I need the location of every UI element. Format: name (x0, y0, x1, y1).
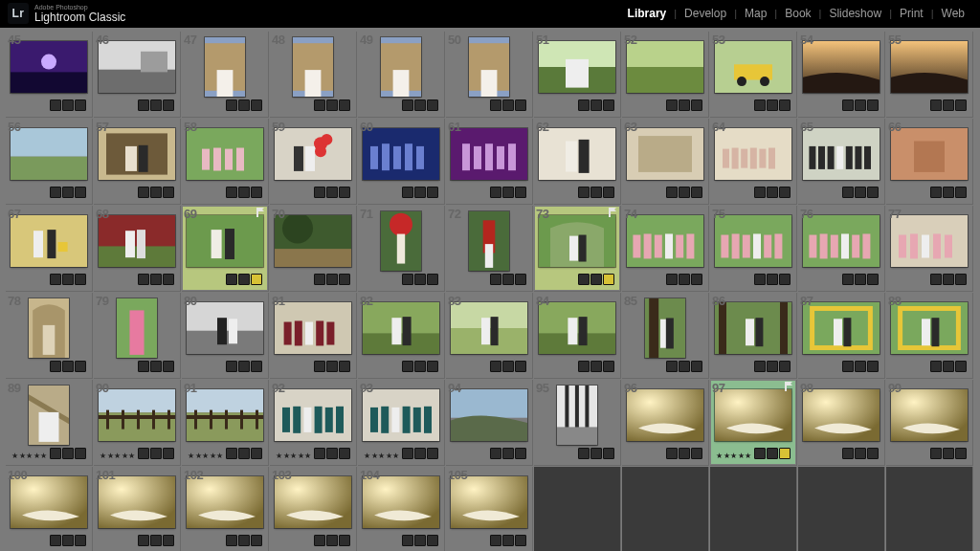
badge-icon[interactable] (226, 99, 237, 111)
badge-icon[interactable] (238, 99, 250, 111)
badge-icon[interactable] (666, 361, 678, 372)
badge-icon[interactable] (238, 535, 250, 546)
thumbnail[interactable] (539, 215, 615, 267)
badge-icon[interactable] (50, 361, 61, 372)
pick-flag-icon[interactable] (784, 382, 793, 391)
thumbnail[interactable] (275, 389, 351, 441)
badge-icon[interactable] (855, 99, 866, 111)
thumbnail[interactable] (715, 215, 791, 267)
grid-cell[interactable]: 76 (798, 206, 885, 292)
badge-icon[interactable] (50, 448, 61, 459)
badge-icon[interactable] (62, 274, 74, 285)
badge-icon[interactable] (62, 187, 74, 198)
star-rating[interactable]: ★★★★★ (100, 452, 136, 460)
badge-icon[interactable] (75, 448, 86, 459)
badge-icon[interactable] (679, 448, 690, 459)
thumbnail[interactable] (363, 128, 439, 180)
badge-icon[interactable] (251, 448, 262, 459)
module-tab-print[interactable]: Print (892, 7, 931, 20)
badge-icon[interactable] (326, 187, 338, 198)
badge-icon[interactable] (339, 187, 350, 198)
badge-icon[interactable] (62, 535, 74, 546)
badge-icon[interactable] (150, 274, 162, 285)
badge-icon[interactable] (955, 361, 967, 372)
grid-cell[interactable]: 101 (94, 467, 181, 551)
badge-icon[interactable] (226, 361, 237, 372)
thumbnail[interactable] (363, 302, 439, 354)
module-tab-book[interactable]: Book (777, 7, 818, 20)
thumbnail[interactable] (99, 476, 175, 528)
badge-icon[interactable] (427, 535, 438, 546)
badge-icon[interactable] (326, 274, 338, 285)
thumbnail[interactable] (11, 41, 87, 93)
badge-icon[interactable] (402, 448, 413, 459)
badge-icon[interactable] (603, 274, 614, 285)
badge-icon[interactable] (414, 187, 426, 198)
thumbnail[interactable] (451, 128, 527, 180)
star-rating[interactable]: ★★★★★ (716, 452, 752, 460)
grid-cell[interactable]: 50 (446, 32, 533, 118)
badge-icon[interactable] (75, 274, 86, 285)
module-tab-develop[interactable]: Develop (677, 7, 734, 20)
badge-icon[interactable] (402, 535, 413, 546)
badge-icon[interactable] (75, 361, 86, 372)
badge-icon[interactable] (502, 361, 514, 372)
badge-icon[interactable] (402, 187, 413, 198)
badge-icon[interactable] (578, 187, 590, 198)
badge-icon[interactable] (855, 187, 866, 198)
thumbnail[interactable] (539, 128, 615, 180)
badge-icon[interactable] (150, 448, 162, 459)
grid-cell[interactable]: 69 (182, 206, 269, 292)
grid-cell[interactable]: 86 (710, 293, 797, 379)
library-grid-view[interactable]: 4546474849505152535455565758596061626364… (0, 28, 980, 551)
thumbnail[interactable] (715, 41, 791, 93)
badge-icon[interactable] (251, 99, 262, 111)
thumbnail[interactable] (715, 389, 791, 441)
star-rating[interactable]: ★★★★★ (364, 452, 400, 460)
module-tab-library[interactable]: Library (620, 7, 675, 20)
thumbnail[interactable] (99, 389, 175, 441)
badge-icon[interactable] (414, 448, 426, 459)
badge-icon[interactable] (163, 99, 174, 111)
badge-icon[interactable] (679, 361, 690, 372)
badge-icon[interactable] (138, 361, 149, 372)
thumbnail[interactable] (715, 302, 791, 354)
thumbnail[interactable] (11, 128, 87, 180)
thumbnail[interactable] (363, 476, 439, 528)
grid-cell[interactable]: 94 (446, 380, 533, 466)
badge-icon[interactable] (427, 274, 438, 285)
thumbnail[interactable] (451, 302, 527, 354)
badge-icon[interactable] (679, 274, 690, 285)
grid-cell[interactable]: 64 (710, 119, 797, 205)
badge-icon[interactable] (666, 274, 678, 285)
badge-icon[interactable] (754, 361, 766, 372)
badge-icon[interactable] (414, 99, 426, 111)
badge-icon[interactable] (842, 448, 854, 459)
badge-icon[interactable] (955, 187, 967, 198)
badge-icon[interactable] (238, 448, 250, 459)
grid-cell[interactable]: 46 (94, 32, 181, 118)
badge-icon[interactable] (326, 99, 338, 111)
grid-cell[interactable]: 98 (798, 380, 885, 466)
thumbnail[interactable] (275, 476, 351, 528)
badge-icon[interactable] (251, 187, 262, 198)
badge-icon[interactable] (314, 187, 325, 198)
badge-icon[interactable] (754, 99, 766, 111)
badge-icon[interactable] (842, 99, 854, 111)
badge-icon[interactable] (515, 274, 526, 285)
thumbnail[interactable] (891, 389, 968, 441)
grid-cell[interactable]: 97★★★★★ (710, 380, 797, 466)
badge-icon[interactable] (414, 274, 426, 285)
thumbnail[interactable] (891, 128, 968, 180)
badge-icon[interactable] (414, 361, 426, 372)
badge-icon[interactable] (75, 99, 86, 111)
grid-cell[interactable]: 85 (622, 293, 709, 379)
grid-cell[interactable]: 74 (622, 206, 709, 292)
grid-cell[interactable]: 45 (6, 32, 93, 118)
badge-icon[interactable] (666, 187, 678, 198)
badge-icon[interactable] (867, 274, 879, 285)
badge-icon[interactable] (943, 274, 954, 285)
badge-icon[interactable] (767, 274, 778, 285)
badge-icon[interactable] (50, 535, 61, 546)
badge-icon[interactable] (138, 535, 149, 546)
